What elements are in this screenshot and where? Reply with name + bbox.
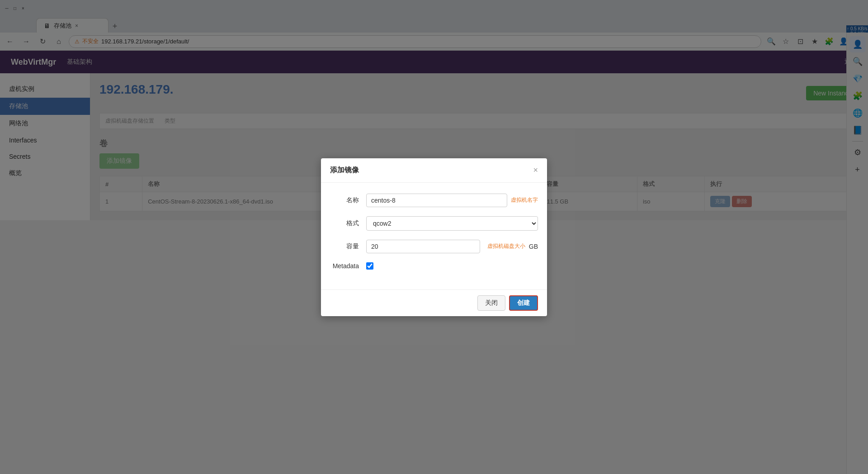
- modal-body: 名称 虚拟机名字 格式 qcow2 raw vmdk vdi 容量 虚: [321, 183, 547, 289]
- format-select[interactable]: qcow2 raw vmdk vdi: [366, 216, 538, 231]
- modal-header: 添加镜像 ×: [321, 158, 547, 183]
- name-form-group: 名称 虚拟机名字: [330, 194, 538, 207]
- modal-close-button[interactable]: ×: [533, 166, 538, 175]
- modal-overlay: 添加镜像 × 名称 虚拟机名字 格式 qcow2 raw vmdk vdi: [0, 0, 868, 474]
- name-label: 名称: [330, 196, 366, 204]
- capacity-input[interactable]: [366, 240, 480, 253]
- metadata-label: Metadata: [330, 262, 366, 270]
- name-hint: 虚拟机名字: [511, 196, 538, 204]
- metadata-checkbox-group: [366, 262, 373, 270]
- capacity-unit: GB: [529, 243, 538, 250]
- capacity-hint: 虚拟机磁盘大小: [487, 242, 525, 250]
- add-image-modal: 添加镜像 × 名称 虚拟机名字 格式 qcow2 raw vmdk vdi: [321, 158, 547, 316]
- format-label: 格式: [330, 219, 366, 228]
- format-form-group: 格式 qcow2 raw vmdk vdi: [330, 216, 538, 231]
- modal-cancel-button[interactable]: 关闭: [477, 295, 505, 311]
- capacity-input-group: 虚拟机磁盘大小: [366, 240, 525, 253]
- metadata-checkbox[interactable]: [366, 262, 373, 270]
- capacity-label: 容量: [330, 242, 366, 251]
- modal-create-button[interactable]: 创建: [509, 295, 538, 311]
- name-input[interactable]: [366, 194, 507, 207]
- modal-footer: 关闭 创建: [321, 289, 547, 316]
- capacity-form-group: 容量 虚拟机磁盘大小 GB: [330, 240, 538, 253]
- metadata-form-group: Metadata: [330, 262, 538, 270]
- modal-title: 添加镜像: [330, 166, 359, 175]
